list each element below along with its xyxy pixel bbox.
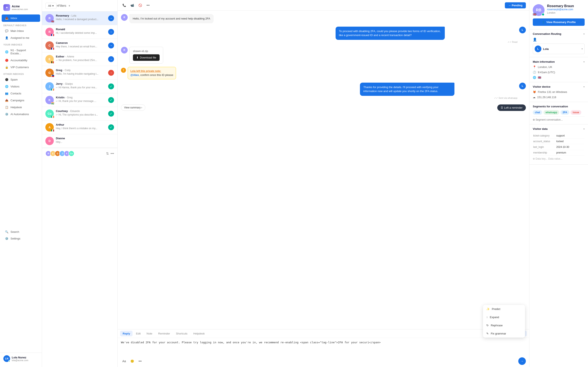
conv-item-jerry[interactable]: J 🇮🇪 Jerry › Gladys ↩ Hi Hanna, thank yo… — [42, 80, 117, 93]
tab-helpdesk[interactable]: Helpdesk — [191, 331, 207, 336]
user-icon: 👤 — [5, 36, 9, 39]
predict-button[interactable]: ✨ Predict — [483, 305, 525, 313]
bottom-avatars-group: R E G J K Co — [45, 150, 74, 157]
routing-agent-row[interactable]: L Lola ▾ — [533, 44, 585, 54]
globe2-icon: 🌐 — [533, 76, 536, 79]
main-info-header[interactable]: Main information ▾ — [533, 60, 585, 63]
rephrase-button[interactable]: ↻ Rephrase — [483, 321, 525, 329]
tab-edit[interactable]: Edit — [133, 331, 143, 336]
accountability-label: Accountability — [10, 59, 27, 62]
visitor-device-header[interactable]: Visitor device ▾ — [533, 85, 585, 88]
view-rosemary-profile-button[interactable]: 👤 View Rosemary Profile — [533, 18, 585, 26]
filters-button[interactable]: ≡ Filters — [58, 2, 64, 9]
conv-avatar-wrap-courtney: Co 🇮🇪 — [45, 109, 54, 118]
conv-item-dianne[interactable]: D Dianne Hey... — [42, 134, 117, 148]
add-data-key-row[interactable]: ⊕ Data key... Data value... — [533, 156, 585, 161]
routing-unassigned: 👤 — [533, 38, 585, 42]
note-text: , confirm once this ID please — [139, 73, 173, 76]
location-row: 📍 London, UK — [533, 66, 585, 69]
conv-footer-row: R E G J K Co ⇅ ••• — [45, 150, 114, 157]
conv-name-row-kristin: Kristin › Greg — [56, 96, 106, 99]
conv-avatar-wrap-rosemary: R 🇬🇧 — [45, 14, 54, 22]
all-filter-button[interactable]: All ▾ — [45, 3, 56, 9]
tag-2fa[interactable]: 2FA — [561, 110, 569, 115]
vd-key-0: ticket-category — [533, 134, 556, 137]
expand-button[interactable]: ↑ Expand — [483, 313, 525, 321]
location-value: London, UK — [538, 66, 552, 69]
segments-title: Segments for conversation — [533, 105, 568, 108]
sidebar-item-contacts[interactable]: 👥 Contacts — [2, 90, 40, 97]
conv-name-dianne: Dianne — [56, 137, 65, 140]
sidebar-item-spam[interactable]: ⚫ Spam — [2, 76, 40, 83]
sidebar-item-visitors[interactable]: 🌐 Visitors — [2, 83, 40, 90]
conv-name-row-jerry: Jerry › Gladys — [56, 82, 106, 85]
conv-item-rosemary[interactable]: R 🇬🇧 Rosemary › Lola Hello, I received a… — [42, 12, 117, 25]
conv-item-kristin[interactable]: K 🇮🇳 Kristin › Greg ↩ Hi, thank you for … — [42, 93, 117, 107]
conv-name-row-esther: Esther › Arlene — [56, 55, 106, 58]
text-format-button[interactable]: Aa — [121, 358, 127, 364]
conv-item-ronald[interactable]: R 🇫🇷 Ronald Hi, I accidentally deleted s… — [42, 25, 117, 39]
left-reminder-button[interactable]: 🗓 Left a reminder — [497, 104, 526, 111]
expand-label: Expand — [490, 316, 499, 319]
sidebar-item-helpdesk[interactable]: 📋 Helpdesk — [2, 104, 40, 110]
sent-status: ✓✓ Sent via whatsapp — [494, 97, 518, 100]
conv-body-jerry: Jerry › Gladys ↩ Hi Hanna, thank you for… — [56, 82, 106, 89]
vd-key-2: last_login — [533, 146, 556, 149]
default-inboxes-label: Default Inboxes — [0, 22, 42, 27]
phone-button[interactable]: 📞 — [121, 2, 127, 8]
send-button[interactable]: → — [518, 357, 526, 365]
sidebar-item-n1-support[interactable]: 🌐 N1 - Support Escala... — [2, 47, 40, 57]
sidebar-item-settings[interactable]: ⚙️ Settings — [2, 235, 40, 242]
more-header-button[interactable]: ••• — [145, 2, 151, 8]
conv-action-rosemary: → — [108, 15, 114, 21]
view-summary-button[interactable]: View summary › — [121, 104, 145, 111]
sidebar-item-ai-automations[interactable]: ⚙️ AI Automations — [2, 111, 40, 117]
lock-icon: 🔒 — [5, 66, 9, 69]
segments-header[interactable]: Segments for conversation — [533, 105, 585, 108]
routing-section: Conversation Routing ▾ 👤 L Lola ▾ — [529, 29, 588, 57]
block-button[interactable]: 🚫 — [137, 2, 143, 8]
fix-grammar-button[interactable]: ✎ Fix grammar — [483, 329, 525, 338]
sidebar-item-campaigns[interactable]: 📤 Campaigns — [2, 97, 40, 104]
sort-icon[interactable]: ⇅ — [106, 152, 109, 156]
conv-item-cameron[interactable]: C 🇫🇷 Cameron Hey there, I received an em… — [42, 39, 117, 52]
vd-row-0: ticket-category support — [533, 133, 584, 139]
conv-item-esther[interactable]: E 🇧🇪 Esther › Arlene ↩ No problem, I've … — [42, 52, 117, 66]
pending-button[interactable]: → Pending — [505, 2, 526, 8]
campaigns-label: Campaigns — [10, 99, 24, 102]
add-conversation-button[interactable]: + — [66, 2, 72, 9]
tab-note[interactable]: Note — [144, 331, 155, 336]
more-options-icon[interactable]: ••• — [111, 152, 114, 155]
sidebar-item-assigned-to-me[interactable]: 👤 Assigned to me — [2, 35, 40, 41]
msg-row-3: R shawn-id.zip ⬇ Download file — [121, 47, 526, 64]
nav-inbox[interactable]: 📥 Inbox — [2, 15, 40, 22]
conv-name-row-rosemary: Rosemary › Lola — [56, 14, 106, 17]
tag-chat[interactable]: chat — [533, 110, 542, 115]
video-button[interactable]: 📹 — [129, 2, 135, 8]
tag-issue[interactable]: issue — [571, 110, 581, 115]
tab-reminder[interactable]: Reminder — [156, 331, 173, 336]
app-logo: ✦ — [3, 4, 10, 11]
chat-input[interactable]: We've disabled 2FA for your account. Ple… — [121, 340, 526, 353]
your-inboxes-label: Your Inboxes — [0, 41, 42, 47]
sidebar-item-main-inbox[interactable]: 💬 Main Inbox — [2, 28, 40, 34]
sidebar-item-vip-customers[interactable]: 🔒 VIP Customers — [2, 64, 40, 70]
conv-item-greg[interactable]: G 🇵🇭 Greg › Cody Hello, I'm having troub… — [42, 66, 117, 80]
predict-label: Predict — [492, 308, 500, 311]
sidebar-item-search[interactable]: 🔍 Search — [2, 229, 40, 235]
emoji-button[interactable]: 🙂 — [129, 358, 135, 364]
routing-header[interactable]: Conversation Routing ▾ — [533, 32, 585, 35]
download-file-button[interactable]: ⬇ Download file — [133, 54, 160, 61]
conv-item-courtney[interactable]: Co 🇮🇪 Courtney › Eduardo ↩ Hi, The sympt… — [42, 107, 117, 121]
more-tools-button[interactable]: ••• — [137, 358, 143, 364]
vip-label: VIP Customers — [10, 66, 29, 69]
visitor-data-header[interactable]: Visitor data ▾ — [533, 127, 585, 130]
tag-whatsapp[interactable]: whatsapp — [544, 110, 559, 115]
sidebar-item-accountability[interactable]: 🔴 Accountability — [2, 57, 40, 64]
segment-input[interactable] — [533, 117, 585, 121]
add-data-key-label: ⊕ Data key... — [533, 157, 547, 160]
note-header: Lola left this private note: — [130, 70, 173, 73]
tab-reply[interactable]: Reply — [120, 331, 132, 336]
conv-item-arthur[interactable]: A 🇮🇹 Arthur Hey, I think there's a mista… — [42, 121, 117, 134]
tab-shortcuts[interactable]: Shortcuts — [173, 331, 190, 336]
